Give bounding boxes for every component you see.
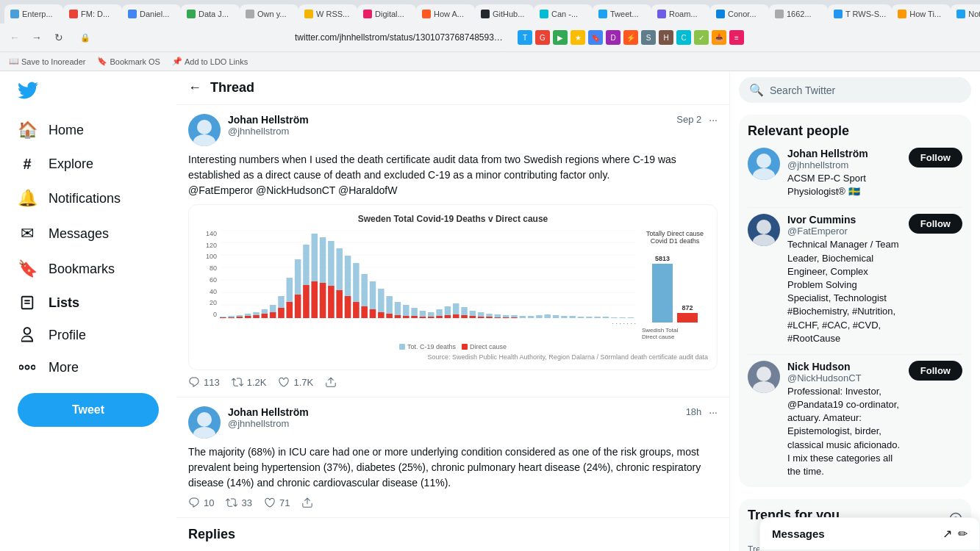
person-johan-bio: ACSM EP-C Sport Physiologist® 🇸🇪	[787, 172, 901, 198]
tweet-author-avatar[interactable]	[188, 114, 221, 146]
person-nick-handle[interactable]: @NickHudsonCT	[787, 372, 901, 383]
address-bar[interactable]: 🔒 twitter.com/jhnhellstrom/status/130107…	[72, 27, 513, 48]
follow-johan-button[interactable]: Follow	[909, 148, 962, 168]
ext-icon-1[interactable]: T	[518, 30, 532, 45]
bookmark-os[interactable]: 🔖 Bookmark OS	[94, 55, 162, 68]
share-action[interactable]	[325, 376, 337, 388]
legend-dot-red	[462, 344, 468, 350]
nav-explore[interactable]: # Explore	[9, 148, 168, 180]
nav-profile[interactable]: Profile	[9, 320, 168, 350]
ext-icon-3[interactable]: ▶	[553, 30, 568, 45]
ext-icon-10[interactable]: C	[676, 30, 691, 45]
second-share-action[interactable]	[301, 497, 313, 508]
reload-button[interactable]: ↻	[50, 29, 68, 46]
ext-icon-7[interactable]: ⚡	[623, 30, 638, 45]
browser-tab-conor[interactable]: Conor...	[710, 4, 769, 24]
browser-tab-enterprises[interactable]: Enterp...	[4, 4, 63, 24]
svg-rect-93	[503, 317, 509, 318]
ext-icon-2[interactable]: G	[535, 30, 550, 45]
browser-tab-github[interactable]: GitHub...	[475, 4, 534, 24]
ext-icon-8[interactable]: S	[641, 30, 656, 45]
second-tweet-author-handle[interactable]: @jhnhellstrom	[228, 418, 679, 429]
tweet-author-handle[interactable]: @jhnhellstrom	[228, 126, 669, 137]
bookmark-ldo[interactable]: 📌 Add to LDO Links	[169, 55, 251, 68]
svg-point-96	[193, 427, 215, 439]
second-retweet-action[interactable]: 33	[226, 497, 251, 508]
person-ivor-avatar[interactable]	[748, 214, 780, 246]
browser-tab-fm[interactable]: FM: D...	[63, 4, 122, 24]
follow-nick-button[interactable]: Follow	[909, 361, 962, 381]
back-button[interactable]: ←	[188, 80, 201, 96]
browser-tab-rws[interactable]: T RWS-S...	[828, 4, 892, 24]
follow-ivor-button[interactable]: Follow	[909, 214, 962, 234]
like-action[interactable]: 1.7K	[278, 376, 313, 388]
messages-widget-header[interactable]: Messages ↗ ✏	[760, 518, 979, 550]
nav-profile-label: Profile	[49, 328, 86, 343]
person-johan-avatar[interactable]	[748, 148, 780, 180]
ext-icon-5[interactable]: 🔖	[588, 30, 603, 45]
browser-tab-can[interactable]: Can -...	[534, 4, 593, 24]
browser-tab-1662[interactable]: 1662...	[769, 4, 828, 24]
ext-icon-13[interactable]: ≡	[729, 30, 744, 45]
like-count: 1.7K	[293, 377, 313, 388]
browser-tab-data[interactable]: Data J...	[181, 4, 240, 24]
svg-rect-87	[453, 314, 459, 318]
browser-tab-daniel[interactable]: Daniel...	[122, 4, 181, 24]
bookmarks-bar: 📖 Save to Inoreader 🔖 Bookmark OS 📌 Add …	[0, 51, 980, 71]
browser-tab-how[interactable]: How A...	[416, 4, 475, 24]
bookmark-os-label: Bookmark OS	[110, 57, 160, 66]
nav-lists[interactable]: Lists	[9, 287, 168, 318]
second-tweet: Johan Hellström @jhnhellstrom 18h ··· Th…	[176, 397, 729, 518]
chart-right-bar-blue	[652, 264, 673, 323]
svg-point-105	[757, 154, 771, 168]
retweet-action[interactable]: 1.2K	[232, 376, 267, 388]
twitter-logo[interactable]	[9, 74, 168, 109]
chart-right-labels: Swedish Total Direct cause	[642, 327, 708, 340]
person-johan-name[interactable]: Johan Hellström	[787, 148, 901, 159]
browser-tab-roam[interactable]: Roam...	[651, 4, 710, 24]
bookmark-inoreader[interactable]: 📖 Save to Inoreader	[6, 55, 88, 68]
search-input-wrap[interactable]: 🔍	[739, 77, 971, 103]
browser-tab-howti[interactable]: How Ti...	[892, 4, 951, 24]
svg-rect-82	[411, 316, 417, 318]
tweet-more-button[interactable]: ···	[709, 114, 718, 126]
second-like-action[interactable]: 71	[264, 497, 290, 508]
ext-icon-6[interactable]: D	[606, 30, 620, 45]
tweet-button[interactable]: Tweet	[18, 393, 159, 427]
person-johan-handle[interactable]: @jhnhellstrom	[787, 159, 901, 170]
svg-point-1	[193, 134, 215, 146]
second-tweet-avatar[interactable]	[188, 406, 221, 439]
person-ivor-handle[interactable]: @FatEmperor	[787, 226, 901, 237]
person-nick-name[interactable]: Nick Hudson	[787, 361, 901, 372]
svg-rect-53	[586, 317, 592, 318]
svg-point-109	[757, 367, 771, 381]
browser-tab-tweet[interactable]: Tweet...	[593, 4, 651, 24]
ext-icon-4[interactable]: ★	[571, 30, 585, 45]
search-input[interactable]	[770, 84, 961, 96]
nav-home[interactable]: 🏠 Home	[9, 113, 168, 147]
nav-messages[interactable]: ✉ Messages	[9, 217, 168, 251]
forward-button[interactable]: →	[28, 29, 46, 46]
reply-action[interactable]: 113	[188, 376, 220, 388]
nav-more[interactable]: More	[9, 352, 168, 383]
person-ivor-name[interactable]: Ivor Cummins	[787, 214, 901, 226]
second-reply-action[interactable]: 10	[188, 497, 214, 508]
chart-right-bars: Totally Direct cause Covid D1 deaths 581…	[642, 230, 708, 340]
browser-tab-own[interactable]: Own y...	[240, 4, 298, 24]
ext-icon-12[interactable]: 📥	[712, 30, 726, 45]
browser-tab-digital[interactable]: Digital...	[357, 4, 416, 24]
tweet-author-name[interactable]: Johan Hellström	[228, 114, 669, 126]
browser-tab-rss[interactable]: W RSS...	[298, 4, 357, 24]
ext-icon-11[interactable]: ✓	[694, 30, 709, 45]
second-tweet-author-name[interactable]: Johan Hellström	[228, 406, 679, 418]
nav-bookmarks[interactable]: 🔖 Bookmarks	[9, 252, 168, 286]
person-nick-avatar[interactable]	[748, 361, 780, 393]
nav-notifications[interactable]: 🔔 Notifications	[9, 181, 168, 215]
ext-icon-9[interactable]: H	[659, 30, 673, 45]
second-tweet-more[interactable]: ···	[709, 406, 718, 418]
back-button[interactable]: ←	[6, 29, 24, 46]
browser-tab-notifi[interactable]: Notifi...	[951, 4, 980, 24]
messages-expand-button[interactable]: ↗	[943, 527, 952, 541]
svg-rect-51	[569, 316, 575, 318]
messages-compose-button[interactable]: ✏	[958, 527, 968, 541]
